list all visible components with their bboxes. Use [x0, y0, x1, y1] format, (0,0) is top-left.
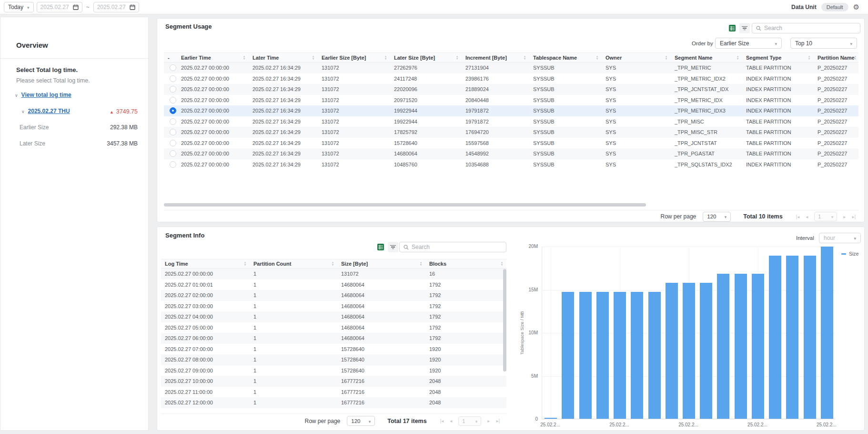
table-cell: TABLE PARTITION — [742, 127, 814, 138]
row-radio[interactable] — [170, 97, 176, 103]
chevron-down-icon[interactable] — [15, 92, 18, 98]
table-row[interactable]: 2025.02.27 06:00:001146800641792 — [161, 333, 506, 344]
sort-icon[interactable] — [332, 261, 333, 266]
row-radio[interactable] — [170, 150, 176, 157]
table-row[interactable]: 2025.02.27 00:00:00113107216 — [161, 269, 506, 279]
date-to-input[interactable]: 2025.02.27 — [93, 2, 139, 12]
page-select[interactable]: 1 — [458, 416, 481, 426]
table-row[interactable]: 2025.02.27 07:00:001157286401920 — [161, 344, 506, 355]
segment-usage-search — [752, 23, 860, 33]
order-by-select[interactable]: Earlier Size — [715, 38, 782, 49]
column-header[interactable]: Partition Count — [250, 259, 337, 268]
filter-button[interactable] — [388, 242, 398, 252]
sidebar: Overview Select Total log time. Please s… — [0, 17, 149, 431]
sort-icon[interactable] — [456, 55, 458, 60]
prev-page-icon[interactable] — [450, 418, 452, 424]
first-page-icon[interactable] — [440, 418, 444, 424]
gear-icon[interactable] — [853, 3, 859, 11]
table-row[interactable]: 2025.02.27 00:00:002025.02.27 16:34:2913… — [164, 138, 858, 149]
table-row[interactable]: 2025.02.27 09:00:001157286401920 — [161, 365, 506, 376]
column-header[interactable]: Partition Name — [814, 53, 858, 62]
row-radio[interactable] — [170, 161, 176, 168]
chart-legend[interactable]: Size — [841, 251, 858, 257]
page-select[interactable]: 1 — [814, 212, 837, 221]
column-header[interactable]: Segment Name — [671, 53, 742, 62]
sort-icon[interactable] — [385, 55, 386, 60]
table-row[interactable]: 2025.02.27 08:00:001157286401920 — [161, 354, 506, 365]
horizontal-scrollbar[interactable] — [164, 203, 646, 207]
row-radio[interactable] — [170, 64, 176, 71]
column-header[interactable]: Earlier Size [Byte] — [318, 53, 390, 62]
interval-select[interactable]: hour — [819, 233, 861, 243]
sort-icon[interactable] — [855, 55, 856, 60]
row-radio[interactable] — [170, 140, 176, 146]
top-n-select[interactable]: Top 10 — [790, 38, 857, 49]
table-row[interactable]: 2025.02.27 00:00:002025.02.27 16:34:2913… — [164, 73, 858, 84]
column-header[interactable]: Later Time — [249, 53, 318, 62]
table-row[interactable]: 2025.02.27 00:00:002025.02.27 16:34:2913… — [164, 148, 858, 159]
table-row[interactable]: 2025.02.27 00:00:002025.02.27 16:34:2913… — [164, 105, 858, 116]
table-row[interactable]: 2025.02.27 00:00:002025.02.27 16:34:2913… — [164, 95, 858, 106]
export-csv-button[interactable] — [727, 23, 737, 33]
data-unit-badge[interactable]: Default — [821, 3, 848, 11]
prev-page-icon[interactable] — [806, 214, 808, 219]
last-page-icon[interactable] — [496, 418, 500, 424]
table-row[interactable]: 2025.02.27 00:00:002025.02.27 16:34:2913… — [164, 116, 858, 127]
chevron-down-icon[interactable] — [21, 108, 25, 114]
column-header[interactable]: Blocks — [425, 259, 506, 268]
sort-icon[interactable] — [524, 55, 525, 60]
sort-icon[interactable] — [420, 261, 422, 266]
next-page-icon[interactable] — [843, 214, 846, 219]
column-header[interactable]: Owner — [602, 53, 671, 62]
table-row[interactable]: 2025.02.27 00:00:002025.02.27 16:34:2913… — [164, 127, 858, 138]
view-total-log-time-row: View total log time — [15, 92, 71, 98]
table-row[interactable]: 2025.02.27 00:00:002025.02.27 16:34:2913… — [164, 62, 858, 73]
sort-icon[interactable] — [501, 261, 503, 266]
view-total-log-time-link[interactable]: View total log time — [21, 92, 71, 98]
filter-button[interactable] — [739, 23, 750, 33]
table-row[interactable]: 2025.02.27 00:00:002025.02.27 16:34:2913… — [164, 84, 858, 95]
row-radio[interactable] — [170, 118, 176, 125]
row-radio[interactable] — [170, 75, 176, 82]
row-per-page-value: 120 — [707, 214, 716, 219]
search-input[interactable] — [412, 244, 502, 250]
row-per-page-select[interactable]: 120 — [703, 212, 731, 222]
table-row[interactable]: 2025.02.27 00:00:002025.02.27 16:34:2913… — [164, 159, 858, 170]
sort-icon[interactable] — [243, 55, 245, 60]
next-page-icon[interactable] — [487, 418, 490, 424]
vertical-scrollbar[interactable] — [503, 269, 506, 372]
day-link[interactable]: 2025.02.27 THU — [28, 108, 70, 114]
column-header[interactable]: Size [Byte] — [337, 259, 425, 268]
table-row[interactable]: 2025.02.27 01:00:011146800641792 — [161, 279, 506, 290]
date-preset-select[interactable]: Today — [4, 2, 34, 12]
table-row[interactable]: 2025.02.27 11:00:001167772162048 — [161, 387, 506, 398]
column-header[interactable]: Increment [Byte] — [462, 53, 529, 62]
row-radio[interactable] — [170, 129, 176, 135]
row-radio[interactable] — [170, 107, 176, 114]
sort-icon[interactable] — [808, 55, 810, 60]
sort-icon[interactable] — [737, 55, 738, 60]
column-header[interactable]: Tablespace Name — [529, 53, 602, 62]
row-per-page-select[interactable]: 120 — [347, 416, 375, 426]
row-radio[interactable] — [170, 86, 176, 93]
column-header[interactable]: Earlier Time — [177, 53, 249, 62]
table-row[interactable]: 2025.02.27 04:00:001146800641792 — [161, 311, 506, 322]
date-from-input[interactable]: 2025.02.27 — [37, 2, 82, 12]
sort-icon[interactable] — [313, 55, 314, 60]
sort-icon[interactable] — [244, 261, 246, 266]
column-header[interactable]: Segment Type — [742, 53, 814, 62]
table-row[interactable]: 2025.02.27 12:00:001167772162048 — [161, 397, 506, 408]
topbar: Today 2025.02.27 ~ 2025.02.27 Data Unit … — [0, 0, 868, 14]
first-page-icon[interactable] — [796, 214, 800, 219]
table-row[interactable]: 2025.02.27 05:00:001146800641792 — [161, 322, 506, 333]
table-row[interactable]: 2025.02.27 02:00:001146800641792 — [161, 290, 506, 301]
sort-icon[interactable] — [596, 55, 598, 60]
table-row[interactable]: 2025.02.27 10:00:001167772162048 — [161, 376, 506, 387]
sort-icon[interactable] — [666, 55, 667, 60]
table-row[interactable]: 2025.02.27 03:00:001146800641792 — [161, 301, 506, 312]
last-page-icon[interactable] — [852, 214, 856, 219]
search-input[interactable] — [764, 25, 856, 31]
column-header[interactable]: Log Time — [161, 259, 250, 268]
export-csv-button[interactable] — [375, 242, 386, 252]
column-header[interactable]: Later Size [Byte] — [390, 53, 462, 62]
